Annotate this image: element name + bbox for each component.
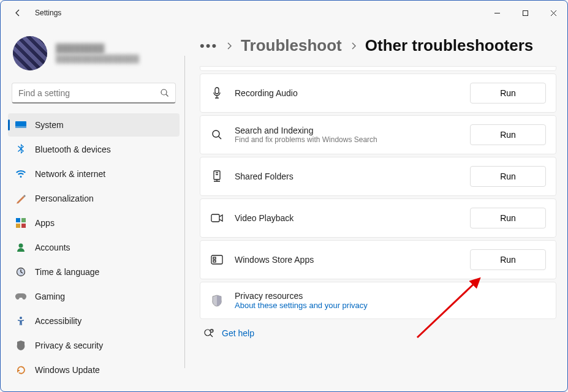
- sidebar-item-apps[interactable]: Apps: [8, 211, 180, 235]
- sidebar-item-gaming[interactable]: Gaming: [8, 285, 180, 308]
- microphone-icon: [210, 86, 224, 100]
- troubleshooter-video-playback: Video Playback Run: [200, 198, 556, 238]
- svg-rect-14: [211, 214, 219, 222]
- svg-rect-13: [214, 171, 220, 179]
- user-block[interactable]: ████████ ████████████████: [8, 30, 180, 81]
- sidebar-item-label: Accessibility: [35, 316, 81, 326]
- maximize-icon: [522, 10, 529, 17]
- card-title: Recording Audio: [235, 88, 459, 98]
- time-icon: [15, 266, 26, 277]
- run-button[interactable]: Run: [470, 83, 546, 104]
- sidebar-item-time[interactable]: Time & language: [8, 260, 180, 284]
- sidebar-item-label: Network & internet: [35, 169, 105, 179]
- card-partial: [200, 66, 556, 71]
- troubleshooter-windows-store-apps: Windows Store Apps Run: [200, 240, 556, 279]
- svg-rect-15: [211, 255, 222, 264]
- help-row: Get help: [200, 319, 556, 344]
- store-apps-icon: [210, 253, 224, 266]
- update-icon: [15, 364, 26, 375]
- privacy-link[interactable]: About these settings and your privacy: [235, 301, 546, 310]
- minimize-button[interactable]: [483, 1, 511, 25]
- search-icon: [160, 88, 169, 97]
- avatar: [13, 36, 47, 70]
- chevron-right-icon: [226, 42, 232, 50]
- sidebar-item-label: Accounts: [35, 243, 70, 252]
- svg-rect-4: [16, 218, 20, 222]
- svg-point-12: [213, 130, 219, 137]
- breadcrumb-current: Other troubleshooters: [365, 36, 533, 55]
- close-button[interactable]: [539, 1, 567, 25]
- svg-rect-0: [523, 10, 528, 15]
- titlebar: Settings: [1, 1, 567, 25]
- troubleshooter-recording-audio: Recording Audio Run: [200, 74, 556, 113]
- svg-rect-5: [21, 218, 26, 222]
- sidebar-item-accessibility[interactable]: Accessibility: [8, 309, 180, 333]
- shared-folder-icon: [210, 170, 224, 183]
- accounts-icon: [15, 242, 26, 253]
- content-area: ••• Troubleshoot Other troubleshooters R…: [185, 25, 567, 392]
- user-name: ████████: [56, 43, 139, 53]
- gaming-icon: [15, 291, 26, 302]
- sidebar-item-label: Gaming: [35, 292, 65, 301]
- svg-rect-6: [16, 224, 20, 228]
- sidebar-item-label: Windows Update: [35, 365, 100, 375]
- card-desc: Find and fix problems with Windows Searc…: [235, 135, 459, 144]
- sidebar-item-label: Time & language: [35, 267, 99, 277]
- svg-rect-16: [213, 257, 216, 259]
- sidebar-item-accounts[interactable]: Accounts: [8, 236, 180, 259]
- help-icon: [203, 328, 214, 339]
- breadcrumb-parent[interactable]: Troubleshoot: [241, 36, 342, 55]
- sidebar-item-label: System: [35, 120, 64, 130]
- svg-point-10: [20, 317, 22, 319]
- sidebar-item-privacy[interactable]: Privacy & security: [8, 334, 180, 357]
- nav-list: System Bluetooth & devices Network & int…: [8, 113, 180, 382]
- bluetooth-icon: [15, 144, 26, 155]
- run-button[interactable]: Run: [470, 208, 546, 228]
- svg-rect-3: [15, 126, 26, 128]
- sidebar-item-update[interactable]: Windows Update: [8, 358, 180, 382]
- search-input[interactable]: [18, 88, 160, 98]
- app-title: Settings: [35, 9, 61, 17]
- user-email: ████████████████: [56, 55, 139, 63]
- apps-icon: [15, 217, 26, 228]
- video-icon: [210, 211, 224, 225]
- sidebar-item-network[interactable]: Network & internet: [8, 162, 180, 186]
- privacy-resources-card: Privacy resources About these settings a…: [200, 282, 556, 319]
- breadcrumb-more[interactable]: •••: [200, 38, 218, 54]
- system-icon: [15, 119, 26, 130]
- run-button[interactable]: Run: [470, 166, 546, 187]
- back-button[interactable]: [8, 3, 28, 23]
- network-icon: [15, 168, 26, 179]
- svg-point-8: [19, 244, 23, 248]
- troubleshooter-list: Recording Audio Run Search and Indexing …: [200, 66, 556, 319]
- minimize-icon: [494, 10, 501, 17]
- chevron-right-icon: [350, 42, 357, 50]
- search-box[interactable]: [12, 83, 176, 104]
- troubleshooter-shared-folders: Shared Folders Run: [200, 157, 556, 196]
- search-icon: [210, 128, 224, 141]
- run-button[interactable]: Run: [470, 124, 546, 145]
- shield-icon: [210, 294, 224, 307]
- run-button[interactable]: Run: [470, 249, 546, 270]
- svg-rect-17: [213, 260, 216, 262]
- sidebar-item-label: Privacy & security: [35, 341, 103, 350]
- sidebar-item-system[interactable]: System: [8, 113, 180, 137]
- window-controls: [483, 1, 567, 25]
- svg-rect-11: [215, 88, 219, 94]
- privacy-icon: [15, 340, 26, 351]
- sidebar-item-label: Apps: [35, 218, 55, 228]
- get-help-link[interactable]: Get help: [222, 328, 254, 338]
- svg-rect-7: [21, 224, 26, 228]
- troubleshooter-search-indexing: Search and Indexing Find and fix problem…: [200, 115, 556, 154]
- sidebar-item-personalization[interactable]: Personalization: [8, 187, 180, 210]
- sidebar-item-label: Bluetooth & devices: [35, 145, 111, 154]
- card-title: Video Playback: [235, 213, 459, 223]
- maximize-button[interactable]: [511, 1, 539, 25]
- card-title: Windows Store Apps: [235, 255, 459, 265]
- sidebar-item-label: Personalization: [35, 194, 94, 203]
- sidebar-item-bluetooth[interactable]: Bluetooth & devices: [8, 138, 180, 161]
- sidebar: ████████ ████████████████ System Bluetoo…: [1, 25, 184, 392]
- card-title: Privacy resources: [235, 291, 546, 301]
- card-title: Search and Indexing: [235, 126, 459, 135]
- svg-point-1: [161, 89, 167, 95]
